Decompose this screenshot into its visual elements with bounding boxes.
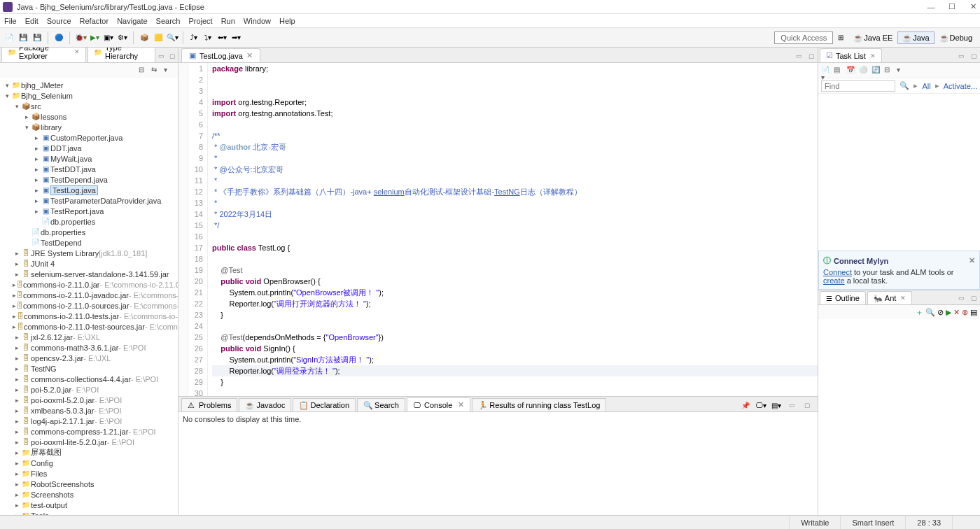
minimize-button[interactable]: —: [927, 3, 935, 11]
ant-remove-icon[interactable]: ✕: [953, 308, 960, 317]
console-new-icon[interactable]: ▤▾: [770, 399, 783, 411]
editor-area[interactable]: 1234567891011121314151617181920212223242…: [178, 63, 818, 396]
code-content[interactable]: package library; import org.testng.Repor…: [208, 63, 818, 396]
chevron-right-icon[interactable]: ▸: [13, 334, 21, 341]
outline-max-icon[interactable]: ▢: [967, 292, 980, 304]
menu-search[interactable]: Search: [156, 17, 181, 25]
chevron-right-icon[interactable]: ▸: [32, 187, 41, 194]
tree-item[interactable]: ▸🗄commons-io-2.11.0-test-sources.jar - E…: [0, 321, 178, 332]
tree-item[interactable]: ▸▣MyWait.java: [0, 153, 178, 164]
close-icon[interactable]: ✕: [900, 295, 906, 302]
open-perspective-icon[interactable]: ⊞: [834, 31, 847, 44]
tree-item[interactable]: ▸🗄xmlbeans-5.0.3.jar - E:\POI: [0, 405, 178, 416]
maximize-button[interactable]: ☐: [948, 3, 956, 11]
chevron-right-icon[interactable]: ▸: [32, 134, 41, 141]
tree-item[interactable]: ▸🗄poi-5.2.0.jar - E:\POI: [0, 384, 178, 395]
task-find-input[interactable]: [821, 80, 895, 92]
task-min-icon[interactable]: ▭: [955, 50, 967, 62]
chevron-right-icon[interactable]: ▸: [13, 271, 21, 278]
tree-item[interactable]: ▸📁RobotScreenshots: [0, 479, 178, 489]
ant-hide-icon[interactable]: ⊘: [937, 308, 944, 317]
tree-item[interactable]: ▸▣DDT.java: [0, 143, 178, 153]
menu-navigate[interactable]: Navigate: [117, 17, 147, 25]
tree-item[interactable]: ▾📁bjhg_JMeter: [0, 80, 178, 90]
new-package-icon[interactable]: 📦: [138, 31, 150, 44]
editor-min-icon[interactable]: ▭: [792, 50, 805, 62]
schedule-icon[interactable]: 📅: [846, 66, 856, 76]
editor-tab-testlog[interactable]: ▣ TestLog.java ✕: [181, 48, 260, 62]
chevron-down-icon[interactable]: ▾: [13, 103, 21, 110]
chevron-down-icon[interactable]: ▾: [3, 82, 11, 89]
tree-item[interactable]: ▸📦lessons: [0, 111, 178, 122]
menu-help[interactable]: Help: [279, 17, 295, 25]
perspective-java[interactable]: ☕Java: [897, 31, 934, 44]
search-icon[interactable]: 🔍: [899, 81, 909, 90]
save-all-icon[interactable]: 💾: [31, 31, 43, 44]
tree-item[interactable]: 📄TestDepend: [0, 237, 178, 248]
chevron-right-icon[interactable]: ▸: [32, 176, 41, 183]
tree-item[interactable]: ▸🗄commons-math3-3.6.1.jar - E:\POI: [0, 342, 178, 353]
tree-item[interactable]: ▸🗄jxl-2.6.12.jar - E:\JXL: [0, 332, 178, 342]
chevron-right-icon[interactable]: ▸: [22, 113, 31, 120]
task-all-link[interactable]: All: [922, 82, 930, 90]
debug-icon[interactable]: 🐞▾: [74, 31, 87, 44]
ant-removeall-icon[interactable]: ⊗: [962, 308, 968, 317]
editor-max-icon[interactable]: ▢: [805, 50, 818, 62]
console-min-icon[interactable]: ▭: [785, 399, 798, 411]
chevron-right-icon[interactable]: ▸: [13, 449, 21, 456]
tree-item[interactable]: ▸▣TestLog.java: [0, 185, 178, 195]
nav-next-icon[interactable]: ⤵▾: [202, 31, 214, 44]
collapse-icon[interactable]: ⊟: [884, 66, 894, 76]
chevron-right-icon[interactable]: ▸: [13, 365, 21, 372]
chevron-right-icon[interactable]: ▸: [32, 145, 41, 152]
menu-file[interactable]: File: [4, 17, 17, 25]
quick-access-input[interactable]: Quick Access: [774, 31, 833, 44]
view-min-icon[interactable]: ▭: [155, 50, 167, 62]
menu-project[interactable]: Project: [188, 17, 212, 25]
coverage-icon[interactable]: ▣▾: [102, 31, 115, 44]
tree-item[interactable]: ▸▣TestParameterDataProvider.java: [0, 195, 178, 206]
tree-item[interactable]: ▸🗄JUnit 4: [0, 258, 178, 269]
tree-item[interactable]: ▸📁test-output: [0, 500, 178, 510]
view-menu-icon[interactable]: ▾: [164, 66, 174, 76]
collapse-all-icon[interactable]: ⊟: [139, 66, 148, 76]
tree-item[interactable]: ▸🗄opencsv-2.3.jar - E:\JXL: [0, 353, 178, 363]
tree-item[interactable]: ▸▣CustomReporter.java: [0, 132, 178, 143]
bottom-tab-declaration[interactable]: 📋Declaration: [293, 398, 356, 411]
chevron-right-icon[interactable]: ▸: [13, 397, 21, 404]
close-icon[interactable]: ✕: [74, 48, 80, 55]
tree-item[interactable]: ▸🗄JRE System Library [jdk1.8.0_181]: [0, 248, 178, 258]
chevron-right-icon[interactable]: ▸: [13, 481, 21, 488]
chevron-right-icon[interactable]: ▸: [13, 376, 21, 383]
tree-item[interactable]: 📄db.properties: [0, 216, 178, 227]
view-tab-type-hierarchy[interactable]: 📁Type Hierarchy: [88, 48, 155, 62]
menu-refactor[interactable]: Refactor: [80, 17, 109, 25]
tree-item[interactable]: ▸🗄selenium-server-standalone-3.141.59.ja…: [0, 269, 178, 279]
ext-tools-icon[interactable]: ⚙▾: [116, 31, 129, 44]
chevron-down-icon[interactable]: ▾: [22, 124, 31, 131]
back-icon[interactable]: ⬅▾: [216, 31, 228, 44]
outline-min-icon[interactable]: ▭: [955, 292, 967, 304]
new-class-icon[interactable]: 🟨: [152, 31, 164, 44]
categorize-icon[interactable]: ▤: [834, 66, 844, 76]
tab-ant[interactable]: 🐜Ant✕: [867, 291, 913, 304]
view-tab-package-explorer[interactable]: 📁Package Explorer✕: [1, 48, 86, 62]
ant-add-icon[interactable]: ＋: [916, 307, 923, 318]
tree-item[interactable]: ▸▣TestReport.java: [0, 206, 178, 216]
view-max-icon[interactable]: ▢: [167, 50, 178, 62]
search-icon[interactable]: 🔍▾: [166, 31, 178, 44]
ant-run-icon[interactable]: ▶: [946, 308, 951, 317]
close-button[interactable]: ✕: [969, 3, 977, 11]
tree-item[interactable]: ▸🗄commons-collections4-4.4.jar - E:\POI: [0, 374, 178, 384]
task-activate-link[interactable]: Activate...: [944, 82, 977, 90]
package-explorer-tree[interactable]: ▾📁bjhg_JMeter▾📁Bjhg_Selenium▾📦src▸📦lesso…: [0, 78, 178, 515]
close-tab-icon[interactable]: ✕: [246, 51, 253, 60]
tree-item[interactable]: ▸📁Tools: [0, 510, 178, 515]
chevron-right-icon[interactable]: ▸: [13, 260, 21, 267]
nav-last-icon[interactable]: ⤴▾: [188, 31, 200, 44]
tree-item[interactable]: ▸📁Config: [0, 458, 178, 468]
bottom-tab-javadoc[interactable]: ☕Javadoc: [239, 398, 291, 411]
ant-search-icon[interactable]: 🔍: [925, 308, 935, 317]
tree-item[interactable]: ▸📁Files: [0, 468, 178, 479]
task-list-tab[interactable]: ☑ Task List ✕: [820, 48, 882, 62]
